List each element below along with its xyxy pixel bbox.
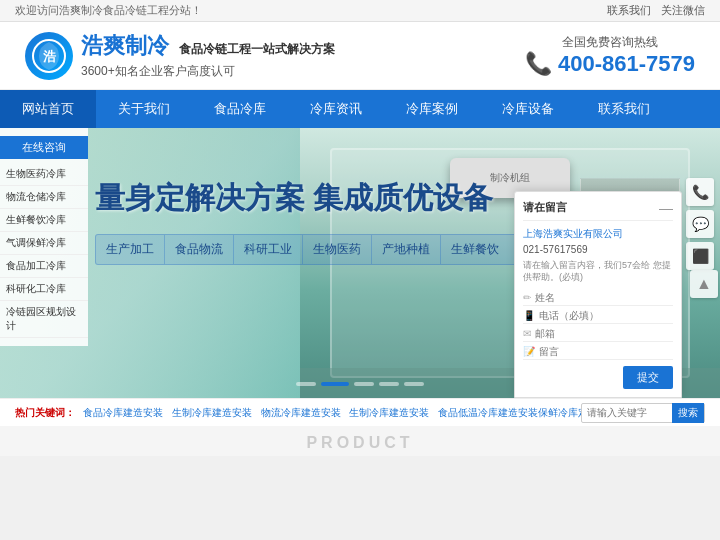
welcome-text: 欢迎访问浩爽制冷食品冷链工程分站！ xyxy=(15,3,202,18)
name-field-icon: ✏ xyxy=(523,292,531,303)
message-input[interactable] xyxy=(539,346,673,357)
sidebar-item-food-processing[interactable]: 食品加工冷库 xyxy=(0,255,88,278)
keyword-link-1[interactable]: 食品冷库建造安装 xyxy=(83,407,163,418)
keyword-search-box: 搜索 xyxy=(581,403,705,423)
logo-text-area: 浩爽制冷 食品冷链工程一站式解决方案 3600+知名企业客户高度认可 xyxy=(81,31,335,80)
logo-tagline: 3600+知名企业客户高度认可 xyxy=(81,63,335,80)
form-description: 请在输入留言内容，我们57会给 您提供帮助。(必填) xyxy=(523,259,673,284)
scroll-up-button[interactable]: ▲ xyxy=(690,270,718,298)
form-company-phone: 021-57617569 xyxy=(523,244,673,255)
phone-field-icon: 📱 xyxy=(523,310,535,321)
nav-item-cold-food[interactable]: 食品冷库 xyxy=(192,90,288,128)
logo-icon: 浩 xyxy=(25,32,73,80)
form-name-field: ✏ xyxy=(523,290,673,306)
nav-item-contact[interactable]: 联系我们 xyxy=(576,90,672,128)
hero-main-title: 量身定解决方案 集成质优设备 xyxy=(95,178,550,219)
carousel-dot-4[interactable] xyxy=(379,382,399,386)
form-popup-header: 请在留言 — xyxy=(523,200,673,221)
hotline-label: 全国免费咨询热线 xyxy=(525,34,695,51)
nav-item-cases[interactable]: 冷库案例 xyxy=(384,90,480,128)
chat-side-button[interactable]: 💬 xyxy=(686,210,714,238)
hotline-number: 📞 400-861-7579 xyxy=(525,51,695,77)
logo-name: 浩爽制冷 食品冷链工程一站式解决方案 xyxy=(81,31,335,61)
name-input[interactable] xyxy=(535,292,673,303)
sidebar-item-research[interactable]: 科研化工冷库 xyxy=(0,278,88,301)
email-input[interactable] xyxy=(535,328,673,339)
keyword-search-input[interactable] xyxy=(582,407,672,418)
keywords-label: 热门关键词： xyxy=(15,406,75,420)
hero-tags: 生产加工 食品物流 科研工业 生物医药 产地种植 生鲜餐饮 xyxy=(95,234,550,265)
keywords-content: 食品冷库建造安装 生制冷库建造安装 物流冷库建造安装 生制冷库建造安装 食品低温… xyxy=(83,406,581,420)
nav-item-equipment[interactable]: 冷库设备 xyxy=(480,90,576,128)
hero: 制冷机组 在线咨询 生物医药冷库 物流仓储冷库 生鲜餐饮冷库 气调保鲜冷库 食品… xyxy=(0,128,720,398)
form-popup-close-button[interactable]: — xyxy=(659,200,673,216)
hero-tag-fresh-dining[interactable]: 生鲜餐饮 xyxy=(441,235,509,264)
message-field-icon: 📝 xyxy=(523,346,535,357)
product-section-label: PRODUCT xyxy=(0,426,720,456)
keyword-link-5[interactable]: 食品低温冷库建造安装保鲜冷库定制安装 xyxy=(438,407,581,418)
top-bar-right: 联系我们 关注微信 xyxy=(607,3,705,18)
follow-wechat-link[interactable]: 关注微信 xyxy=(661,3,705,18)
sidebar-item-controlled-atm[interactable]: 气调保鲜冷库 xyxy=(0,232,88,255)
logo-area: 浩 浩爽制冷 食品冷链工程一站式解决方案 3600+知名企业客户高度认可 xyxy=(25,31,335,80)
hero-tag-research[interactable]: 科研工业 xyxy=(234,235,303,264)
contact-us-link[interactable]: 联系我们 xyxy=(607,3,651,18)
form-message-field: 📝 xyxy=(523,344,673,360)
sidebar-item-fresh-food[interactable]: 生鲜餐饮冷库 xyxy=(0,209,88,232)
hero-tag-bio-med[interactable]: 生物医药 xyxy=(303,235,372,264)
form-popup-title: 请在留言 xyxy=(523,200,567,215)
hero-tag-planting[interactable]: 产地种植 xyxy=(372,235,441,264)
sidebar-item-park-planning[interactable]: 冷链园区规划设计 xyxy=(0,301,88,338)
nav-item-home[interactable]: 网站首页 xyxy=(0,90,96,128)
qr-side-button[interactable]: ⬛ xyxy=(686,242,714,270)
carousel-dot-2[interactable] xyxy=(321,382,349,386)
email-field-icon: ✉ xyxy=(523,328,531,339)
top-bar: 欢迎访问浩爽制冷食品冷链工程分站！ 联系我们 关注微信 xyxy=(0,0,720,22)
keyword-link-4[interactable]: 生制冷库建造安装 xyxy=(349,407,429,418)
svg-text:浩: 浩 xyxy=(43,49,57,64)
keyword-search-button[interactable]: 搜索 xyxy=(672,403,704,423)
hero-tag-production[interactable]: 生产加工 xyxy=(96,235,165,264)
hero-tag-food-logistics[interactable]: 食品物流 xyxy=(165,235,234,264)
carousel-dot-1[interactable] xyxy=(296,382,316,386)
phone-input[interactable] xyxy=(539,310,673,321)
keywords-bar: 热门关键词： 食品冷库建造安装 生制冷库建造安装 物流冷库建造安装 生制冷库建造… xyxy=(0,398,720,426)
header: 浩 浩爽制冷 食品冷链工程一站式解决方案 3600+知名企业客户高度认可 全国免… xyxy=(0,22,720,90)
phone-icon: 📞 xyxy=(525,51,552,77)
sidebar-item-bio-pharma[interactable]: 生物医药冷库 xyxy=(0,163,88,186)
keyword-link-2[interactable]: 生制冷库建造安装 xyxy=(172,407,252,418)
sidebar-item-logistics[interactable]: 物流仓储冷库 xyxy=(0,186,88,209)
hotline-area: 全国免费咨询热线 📞 400-861-7579 xyxy=(525,34,695,77)
hero-text: 量身定解决方案 集成质优设备 生产加工 食品物流 科研工业 生物医药 产地种植 … xyxy=(95,178,550,265)
carousel-dots xyxy=(296,382,424,386)
keyword-link-3[interactable]: 物流冷库建造安装 xyxy=(261,407,341,418)
form-submit-button[interactable]: 提交 xyxy=(623,366,673,389)
sidebar-title: 在线咨询 xyxy=(0,136,88,159)
form-email-field: ✉ xyxy=(523,326,673,342)
contact-side-buttons: 📞 💬 ⬛ xyxy=(686,178,718,270)
nav-item-about[interactable]: 关于我们 xyxy=(96,90,192,128)
phone-side-button[interactable]: 📞 xyxy=(686,178,714,206)
sidebar-panel: 在线咨询 生物医药冷库 物流仓储冷库 生鲜餐饮冷库 气调保鲜冷库 食品加工冷库 … xyxy=(0,128,88,346)
carousel-dot-5[interactable] xyxy=(404,382,424,386)
nav-item-news[interactable]: 冷库资讯 xyxy=(288,90,384,128)
carousel-dot-3[interactable] xyxy=(354,382,374,386)
contact-form-popup: 请在留言 — 上海浩爽实业有限公司 021-57617569 请在输入留言内容，… xyxy=(514,191,682,398)
form-phone-field: 📱 xyxy=(523,308,673,324)
form-company-name: 上海浩爽实业有限公司 xyxy=(523,227,673,241)
nav: 网站首页 关于我们 食品冷库 冷库资讯 冷库案例 冷库设备 联系我们 xyxy=(0,90,720,128)
